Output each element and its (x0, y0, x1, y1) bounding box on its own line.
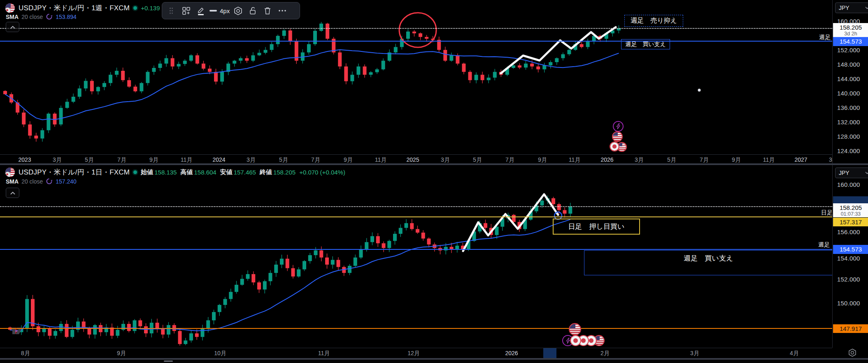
time-axis-daily[interactable]: 8月9月10月11月12月20262月3月4月 (0, 348, 832, 358)
candle (235, 285, 238, 292)
weekly-support-line[interactable] (0, 41, 832, 42)
candle (567, 50, 571, 54)
candle (189, 333, 193, 340)
candle (359, 249, 363, 258)
time-axis-label: 9月 (149, 156, 158, 164)
color-button[interactable] (194, 4, 207, 17)
candle (319, 250, 323, 257)
event-bolt-icon[interactable] (613, 121, 624, 132)
line-price-badge-blue: 154.573 (833, 37, 868, 46)
more-options-button[interactable] (276, 4, 289, 17)
pencil-color-icon (196, 5, 206, 16)
candle (308, 255, 312, 261)
candle (177, 64, 181, 66)
current-price-line[interactable] (0, 206, 832, 207)
symbol-title-weekly[interactable]: USDJPY・米ドル/円・1週・FXCM (19, 3, 130, 13)
time-axis-label: 11月 (569, 156, 581, 164)
trash-icon (263, 6, 272, 15)
event-us-icon[interactable] (612, 131, 623, 142)
sma-indicator-row-weekly[interactable]: SMA 20 close 153.894 (6, 13, 77, 20)
delete-button[interactable] (261, 4, 274, 17)
price-scale-daily[interactable]: JPY 158.205 01:07:33 157.317 154.573 147… (832, 165, 868, 348)
usdjpy-flag-icon (5, 3, 15, 13)
symbol-title-daily[interactable]: USDJPY・米ドル/円・1日・FXCM (19, 168, 130, 177)
event-jp-icon[interactable] (570, 335, 581, 346)
line-price-badge-yellow: 157.317 (833, 218, 868, 226)
currency-selector-bottom[interactable]: JPY (835, 168, 868, 178)
candle (115, 71, 119, 75)
sma-label: SMA (6, 178, 19, 185)
sma-indicator-row-daily[interactable]: SMA 20 close 157.240 (6, 178, 77, 185)
candle (47, 114, 50, 130)
collapse-panel-button-bottom[interactable] (6, 188, 19, 198)
open-value: 158.135 (154, 169, 177, 176)
support-line[interactable] (0, 328, 832, 329)
tradingview-logo[interactable] (11, 325, 28, 338)
candle (365, 242, 368, 249)
weekly-support-line[interactable] (0, 249, 832, 250)
annotation-weekly-sell[interactable]: 週足 売り抑え (624, 15, 683, 27)
candle (65, 102, 69, 108)
candle (70, 330, 74, 337)
candle (382, 243, 386, 248)
style-settings-button[interactable] (231, 4, 244, 17)
time-axis-weekly[interactable]: 20233月5月7月9月11月20243月5月7月9月11月20253月5月7月… (0, 154, 832, 164)
candle (240, 279, 244, 285)
current-price-line[interactable] (0, 28, 832, 29)
currency-selector-top[interactable]: JPY (835, 2, 868, 13)
top-panel-header: USDJPY・米ドル/円・1週・FXCM +0.139 (+0.09%) (5, 3, 187, 13)
candle (88, 328, 91, 334)
sma-value-weekly: 153.894 (56, 14, 77, 20)
candle (427, 239, 431, 244)
event-us-icon[interactable] (569, 323, 581, 335)
annotation-weekly-buy-support[interactable]: 週足 買い支え (584, 250, 833, 275)
price-scale-weekly[interactable]: JPY 158.205 3d 2h 154.573 160.000152.000… (832, 0, 868, 163)
daily-dip-line[interactable] (0, 216, 832, 217)
refresh-icon[interactable] (46, 178, 53, 185)
annotation-daily-dip-buy[interactable]: 日足 押し目買い (553, 219, 640, 235)
chevron-up-icon (10, 25, 16, 29)
drag-handle[interactable] (165, 4, 178, 17)
template-button[interactable] (179, 4, 193, 17)
side-label-weekly-top: 週足 (819, 34, 831, 41)
scale-settings-button[interactable] (848, 348, 857, 359)
collapsed-pane-strip (0, 360, 868, 363)
panel-separator[interactable] (0, 163, 868, 165)
candle (449, 55, 453, 60)
candle (354, 258, 357, 266)
time-axis-label: 9月 (344, 156, 353, 164)
line-width-button[interactable]: 4px (209, 4, 230, 17)
collapse-panel-button-top[interactable] (6, 22, 19, 32)
ellipse-drawing[interactable] (399, 13, 436, 47)
bar-countdown: 3d 2h (833, 31, 868, 37)
candle (586, 42, 590, 47)
candle (276, 36, 280, 44)
candle (127, 324, 131, 331)
candle (518, 65, 521, 67)
event-jp-icon[interactable] (610, 142, 619, 151)
candle (78, 88, 81, 97)
candle (319, 23, 323, 31)
candle (326, 23, 329, 39)
chart-canvas[interactable] (0, 0, 868, 363)
lock-button[interactable] (246, 4, 259, 17)
candle (37, 326, 40, 332)
candle (3, 91, 7, 94)
side-label-weekly-bottom: 週足 (818, 241, 830, 249)
candle (28, 124, 32, 135)
price-scale-label: 128.000 (837, 133, 860, 140)
time-axis-label: 11月 (318, 350, 330, 357)
price-scale-label: 148.000 (837, 61, 860, 68)
time-axis-label: 3月 (53, 156, 62, 164)
candle (363, 67, 366, 75)
sma-label: SMA (6, 14, 19, 20)
candle (563, 210, 567, 214)
drag-dots-icon (169, 7, 174, 15)
annotation-weekly-buy-top[interactable]: 週足 買い支え (621, 39, 670, 49)
candle (487, 78, 491, 80)
pane-resize-handle[interactable] (164, 361, 173, 362)
close-label: 終値 (260, 168, 272, 176)
candle (233, 61, 236, 64)
sma-params: 20 close (21, 14, 43, 20)
refresh-icon[interactable] (46, 13, 53, 20)
